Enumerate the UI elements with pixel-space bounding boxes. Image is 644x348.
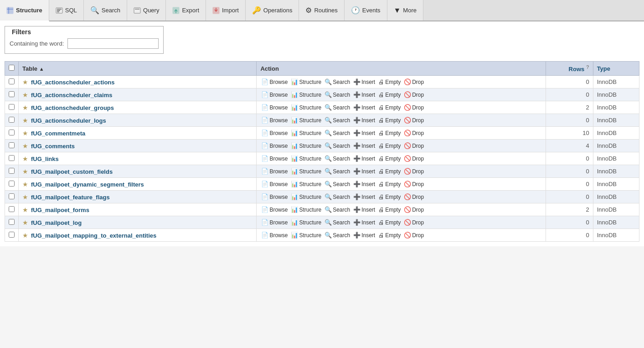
drop-action-link[interactable]: 🚫Drop <box>403 155 425 162</box>
browse-action-link[interactable]: 📄Browse <box>260 104 289 111</box>
table-name-link[interactable]: fUG_actionscheduler_claims <box>31 92 112 99</box>
search-action-link[interactable]: 🔍Search <box>324 193 351 201</box>
tab-operations[interactable]: 🔑 Operations <box>246 0 299 21</box>
search-action-link[interactable]: 🔍Search <box>324 129 351 137</box>
browse-action-link[interactable]: 📄Browse <box>260 78 289 86</box>
table-name-link[interactable]: fUG_mailpoet_feature_flags <box>31 194 110 201</box>
browse-action-link[interactable]: 📄Browse <box>260 91 289 99</box>
empty-action-link[interactable]: 🖨Empty <box>377 167 402 175</box>
drop-action-link[interactable]: 🚫Drop <box>403 180 425 188</box>
table-name-link[interactable]: fUG_actionscheduler_logs <box>31 117 106 124</box>
drop-action-link[interactable]: 🚫Drop <box>403 129 425 137</box>
table-name-link[interactable]: fUG_mailpoet_log <box>31 219 82 226</box>
empty-action-link[interactable]: 🖨Empty <box>377 91 402 99</box>
tab-import[interactable]: Import <box>206 0 246 21</box>
empty-action-link[interactable]: 🖨Empty <box>377 129 402 137</box>
structure-action-link[interactable]: 📊Structure <box>290 91 322 99</box>
drop-action-link[interactable]: 🚫Drop <box>403 142 425 150</box>
structure-action-link[interactable]: 📊Structure <box>290 206 322 213</box>
tab-search[interactable]: 🔍 Search <box>84 0 127 21</box>
insert-action-link[interactable]: ➕Insert <box>352 142 376 150</box>
browse-action-link[interactable]: 📄Browse <box>260 231 289 239</box>
search-action-link[interactable]: 🔍Search <box>324 91 351 99</box>
search-action-link[interactable]: 🔍Search <box>324 142 351 150</box>
drop-action-link[interactable]: 🚫Drop <box>403 116 425 124</box>
table-name-link[interactable]: fUG_actionscheduler_actions <box>31 79 115 86</box>
table-name-link[interactable]: fUG_mailpoet_dynamic_segment_filters <box>31 181 144 188</box>
structure-action-link[interactable]: 📊Structure <box>290 129 322 137</box>
empty-action-link[interactable]: 🖨Empty <box>377 155 402 162</box>
favorite-icon[interactable]: ★ <box>22 232 28 239</box>
search-action-link[interactable]: 🔍Search <box>324 104 351 111</box>
row-checkbox[interactable] <box>9 142 15 148</box>
table-name-link[interactable]: fUG_mailpoet_custom_fields <box>31 168 113 175</box>
tab-events[interactable]: 🕐 Events <box>345 0 387 21</box>
browse-action-link[interactable]: 📄Browse <box>260 116 289 124</box>
col-table-header[interactable]: Table ▲ <box>19 62 257 76</box>
select-all-checkbox[interactable] <box>9 65 15 71</box>
empty-action-link[interactable]: 🖨Empty <box>377 218 402 226</box>
table-name-link[interactable]: fUG_links <box>31 156 59 162</box>
browse-action-link[interactable]: 📄Browse <box>260 167 289 175</box>
table-name-link[interactable]: fUG_commentmeta <box>31 130 85 137</box>
search-action-link[interactable]: 🔍Search <box>324 206 351 213</box>
tab-export[interactable]: Export <box>166 0 206 21</box>
drop-action-link[interactable]: 🚫Drop <box>403 206 425 213</box>
empty-action-link[interactable]: 🖨Empty <box>377 231 402 239</box>
empty-action-link[interactable]: 🖨Empty <box>377 180 402 188</box>
insert-action-link[interactable]: ➕Insert <box>352 167 376 175</box>
favorite-icon[interactable]: ★ <box>22 193 28 201</box>
insert-action-link[interactable]: ➕Insert <box>352 180 376 188</box>
favorite-icon[interactable]: ★ <box>22 78 28 86</box>
row-checkbox[interactable] <box>9 168 15 174</box>
favorite-icon[interactable]: ★ <box>22 130 28 137</box>
browse-action-link[interactable]: 📄Browse <box>260 193 289 201</box>
drop-action-link[interactable]: 🚫Drop <box>403 104 425 111</box>
tab-routines[interactable]: ⚙ Routines <box>299 0 344 21</box>
insert-action-link[interactable]: ➕Insert <box>352 231 376 239</box>
browse-action-link[interactable]: 📄Browse <box>260 206 289 213</box>
drop-action-link[interactable]: 🚫Drop <box>403 231 425 239</box>
structure-action-link[interactable]: 📊Structure <box>290 180 322 188</box>
drop-action-link[interactable]: 🚫Drop <box>403 78 425 86</box>
browse-action-link[interactable]: 📄Browse <box>260 180 289 188</box>
empty-action-link[interactable]: 🖨Empty <box>377 104 402 111</box>
search-action-link[interactable]: 🔍Search <box>324 180 351 188</box>
empty-action-link[interactable]: 🖨Empty <box>377 193 402 201</box>
favorite-icon[interactable]: ★ <box>22 206 28 213</box>
table-name-link[interactable]: fUG_actionscheduler_groups <box>31 104 114 111</box>
insert-action-link[interactable]: ➕Insert <box>352 78 376 86</box>
drop-action-link[interactable]: 🚫Drop <box>403 218 425 226</box>
insert-action-link[interactable]: ➕Insert <box>352 116 376 124</box>
insert-action-link[interactable]: ➕Insert <box>352 129 376 137</box>
favorite-icon[interactable]: ★ <box>22 104 28 111</box>
empty-action-link[interactable]: 🖨Empty <box>377 78 402 86</box>
structure-action-link[interactable]: 📊Structure <box>290 231 322 239</box>
row-checkbox[interactable] <box>9 130 15 135</box>
tab-structure[interactable]: Structure <box>0 0 49 21</box>
drop-action-link[interactable]: 🚫Drop <box>403 193 425 201</box>
search-action-link[interactable]: 🔍Search <box>324 218 351 226</box>
insert-action-link[interactable]: ➕Insert <box>352 104 376 111</box>
row-checkbox[interactable] <box>9 78 15 84</box>
insert-action-link[interactable]: ➕Insert <box>352 218 376 226</box>
favorite-icon[interactable]: ★ <box>22 155 28 162</box>
structure-action-link[interactable]: 📊Structure <box>290 193 322 201</box>
row-checkbox[interactable] <box>9 232 15 238</box>
row-checkbox[interactable] <box>9 91 15 97</box>
row-checkbox[interactable] <box>9 193 15 199</box>
browse-action-link[interactable]: 📄Browse <box>260 155 289 162</box>
structure-action-link[interactable]: 📊Structure <box>290 104 322 111</box>
search-action-link[interactable]: 🔍Search <box>324 78 351 86</box>
row-checkbox[interactable] <box>9 155 15 161</box>
structure-action-link[interactable]: 📊Structure <box>290 218 322 226</box>
structure-action-link[interactable]: 📊Structure <box>290 142 322 150</box>
insert-action-link[interactable]: ➕Insert <box>352 193 376 201</box>
structure-action-link[interactable]: 📊Structure <box>290 155 322 162</box>
search-action-link[interactable]: 🔍Search <box>324 116 351 124</box>
tab-more[interactable]: ▼ More <box>387 0 423 21</box>
favorite-icon[interactable]: ★ <box>22 168 28 175</box>
structure-action-link[interactable]: 📊Structure <box>290 167 322 175</box>
row-checkbox[interactable] <box>9 104 15 110</box>
insert-action-link[interactable]: ➕Insert <box>352 206 376 213</box>
